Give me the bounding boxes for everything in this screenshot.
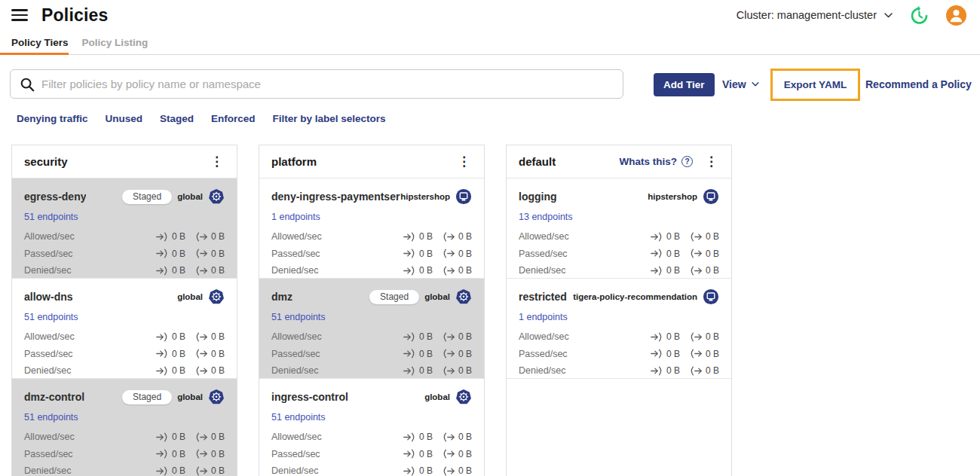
policy-card[interactable]: ingress-control global 51 endpoints Allo… xyxy=(259,379,484,476)
tab-policy-listing[interactable]: Policy Listing xyxy=(82,30,149,54)
filter-by-label-selectors[interactable]: Filter by label selectors xyxy=(273,113,386,124)
endpoints-link[interactable]: 13 endpoints xyxy=(519,212,573,222)
chevron-down-icon xyxy=(752,82,759,87)
metric-row: Allowed/sec0 B0 B xyxy=(271,328,472,346)
metric-rows: Allowed/sec0 B0 BPassed/sec0 B0 BDenied/… xyxy=(271,429,472,476)
user-avatar-icon[interactable] xyxy=(946,5,966,26)
tier-name: security xyxy=(24,155,68,168)
ingress-icon xyxy=(403,349,415,359)
endpoints-link[interactable]: 51 endpoints xyxy=(24,412,78,423)
ingress-value: 0 B xyxy=(419,449,433,459)
ingress-value: 0 B xyxy=(172,249,185,259)
metric-label: Denied/sec xyxy=(271,465,319,476)
metric-label: Passed/sec xyxy=(271,349,320,359)
staged-badge: Staged xyxy=(122,390,172,404)
egress-icon xyxy=(690,349,702,359)
filter-denying-traffic[interactable]: Denying traffic xyxy=(17,113,88,124)
metric-row: Passed/sec0 B0 B xyxy=(519,346,719,363)
policy-scope: global xyxy=(177,192,203,201)
ingress-value: 0 B xyxy=(419,432,433,442)
tab-bar: Policy Tiers Policy Listing xyxy=(0,30,980,55)
policy-scope: tigera-policy-recommendation xyxy=(573,292,697,301)
ingress-value: 0 B xyxy=(666,231,680,242)
policy-card[interactable]: restricted tigera-policy-recommendation … xyxy=(507,279,731,379)
recommend-policy-button[interactable]: Recommend a Policy xyxy=(865,69,972,99)
policy-card[interactable]: egress-deny Staged global 51 endpoints A… xyxy=(12,178,237,279)
metric-row: Passed/sec0 B0 B xyxy=(24,346,225,363)
metric-label: Denied/sec xyxy=(24,465,72,476)
metric-row: Allowed/sec0 B0 B xyxy=(24,429,225,446)
ingress-value: 0 B xyxy=(172,331,185,342)
policy-card-header: dmz-control Staged global xyxy=(24,387,225,407)
ingress-value: 0 B xyxy=(419,331,433,342)
endpoints-link[interactable]: 51 endpoints xyxy=(24,212,78,222)
filter-staged[interactable]: Staged xyxy=(160,113,194,124)
endpoints-link[interactable]: 51 endpoints xyxy=(271,412,326,423)
tier-column-security: security ⋮ egress-deny Staged global 51 … xyxy=(11,145,237,476)
menu-icon[interactable] xyxy=(11,9,28,21)
egress-icon xyxy=(443,349,455,359)
history-icon[interactable] xyxy=(909,5,929,26)
kebab-menu-icon[interactable]: ⋮ xyxy=(455,154,473,169)
filter-enforced[interactable]: Enforced xyxy=(211,113,256,124)
search-icon xyxy=(20,77,35,92)
metric-row: Passed/sec0 B0 B xyxy=(24,446,225,463)
view-button[interactable]: View xyxy=(722,69,759,99)
export-yaml-button[interactable]: Export YAML xyxy=(770,69,860,101)
metric-label: Allowed/sec xyxy=(519,331,569,342)
metric-label: Allowed/sec xyxy=(24,432,75,442)
egress-icon xyxy=(443,249,455,258)
egress-value: 0 B xyxy=(458,465,472,476)
cluster-selector-label: Cluster: management-cluster xyxy=(737,9,877,21)
global-scope-icon xyxy=(208,288,225,305)
metric-row: Denied/sec0 B0 B xyxy=(519,262,719,279)
policy-card[interactable]: allow-dns global 51 endpoints Allowed/se… xyxy=(12,279,237,379)
policy-name: allow-dns xyxy=(24,291,73,303)
add-tier-button[interactable]: Add Tier xyxy=(654,73,715,96)
endpoints-link[interactable]: 1 endpoints xyxy=(519,312,568,322)
endpoints-link[interactable]: 51 endpoints xyxy=(271,312,326,322)
metric-rows: Allowed/sec0 B0 BPassed/sec0 B0 BDenied/… xyxy=(271,228,472,279)
policy-card[interactable]: dmz Staged global 51 endpoints Allowed/s… xyxy=(259,279,484,379)
metric-row: Denied/sec0 B0 B xyxy=(271,362,472,380)
ingress-icon xyxy=(403,232,415,242)
ingress-icon xyxy=(156,349,168,359)
policy-name: restricted xyxy=(519,291,567,303)
egress-value: 0 B xyxy=(458,249,472,259)
search-input[interactable] xyxy=(41,78,614,90)
policy-name: egress-deny xyxy=(24,191,86,203)
egress-icon xyxy=(195,266,207,276)
policy-card[interactable]: dmz-control Staged global 51 endpoints A… xyxy=(12,379,237,476)
whats-this-link[interactable]: Whats this? ? xyxy=(620,156,694,167)
kebab-menu-icon[interactable]: ⋮ xyxy=(207,154,226,169)
ingress-icon xyxy=(651,332,663,342)
cluster-selector[interactable]: Cluster: management-cluster xyxy=(737,9,893,21)
tier-name: default xyxy=(519,155,556,168)
policy-name: logging xyxy=(519,191,557,203)
metric-row: Passed/sec0 B0 B xyxy=(271,246,472,263)
tab-policy-tiers[interactable]: Policy Tiers xyxy=(0,30,69,54)
filter-unused[interactable]: Unused xyxy=(106,113,143,124)
policy-card-header: egress-deny Staged global xyxy=(24,187,225,206)
metric-rows: Allowed/sec0 B0 BPassed/sec0 B0 BDenied/… xyxy=(24,328,225,380)
egress-icon xyxy=(195,332,207,342)
global-scope-icon xyxy=(208,389,225,405)
ingress-value: 0 B xyxy=(666,249,680,259)
ingress-icon xyxy=(156,266,168,276)
policy-card[interactable]: logging hipstershop 13 endpoints Allowed… xyxy=(507,178,731,279)
policy-card-header: ingress-control global xyxy=(271,387,472,407)
ingress-icon xyxy=(403,266,415,276)
egress-value: 0 B xyxy=(458,231,472,242)
tier-column-default: default Whats this? ? ⋮ logging hipsters… xyxy=(506,145,732,476)
metric-label: Denied/sec xyxy=(271,265,319,276)
metric-rows: Allowed/sec0 B0 BPassed/sec0 B0 BDenied/… xyxy=(519,328,719,380)
egress-value: 0 B xyxy=(458,449,472,459)
endpoints-link[interactable]: 1 endpoints xyxy=(271,212,320,222)
egress-icon xyxy=(195,249,207,258)
policy-card[interactable]: deny-ingress-paymentservi… hipstershop 1… xyxy=(259,178,484,279)
kebab-menu-icon[interactable]: ⋮ xyxy=(702,154,721,169)
egress-value: 0 B xyxy=(706,365,719,376)
endpoints-link[interactable]: 51 endpoints xyxy=(24,312,78,322)
ingress-value: 0 B xyxy=(172,265,185,276)
metric-label: Passed/sec xyxy=(24,249,73,259)
